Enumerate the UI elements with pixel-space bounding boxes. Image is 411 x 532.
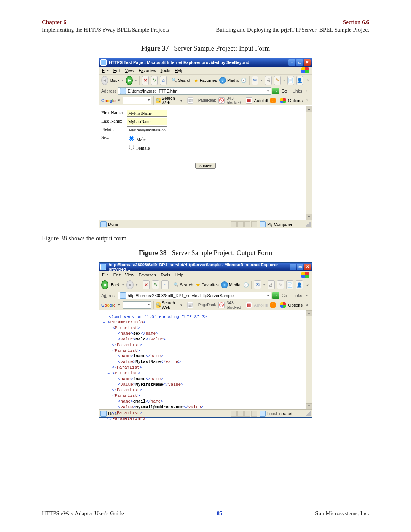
history-button[interactable]: 🕗 xyxy=(241,76,247,85)
back-button[interactable]: ◄ xyxy=(101,280,108,289)
content-area: ▲ ▼ First Name: Last Name: EMail: Sex: xyxy=(99,105,312,220)
menu-help[interactable]: Help xyxy=(175,273,183,277)
media-button[interactable]: ♪Media xyxy=(219,77,239,84)
toolbar-overflow[interactable]: » xyxy=(305,76,309,85)
close-button[interactable]: ✕ xyxy=(304,264,311,270)
forward-button[interactable]: ► xyxy=(126,76,133,85)
maximize-button[interactable]: ▭ xyxy=(296,59,303,66)
radio-male[interactable]: Male xyxy=(127,135,150,142)
scrollbar[interactable]: ▲ ▼ xyxy=(306,310,312,409)
google-overflow[interactable]: » xyxy=(305,301,310,309)
maximize-button[interactable]: ▭ xyxy=(297,264,303,270)
messenger-button[interactable]: 👤 xyxy=(296,280,303,289)
discuss-button[interactable]: 📄 xyxy=(286,280,293,289)
go-button[interactable]: → xyxy=(272,292,279,299)
stop-button[interactable]: ✕ xyxy=(142,76,149,85)
status-zone: My Computer xyxy=(260,221,301,227)
go-button[interactable]: → xyxy=(272,88,279,94)
resize-grip-icon[interactable] xyxy=(305,222,311,227)
figure38-caption: Figure 38 Server Sample Project: Output … xyxy=(42,249,369,257)
google-news[interactable]: 📰 xyxy=(187,97,193,104)
content-area: ▲ ▼ <?xml version="1.0" encoding="UTF-8"… xyxy=(99,310,312,410)
mail-button[interactable]: ✉ xyxy=(254,280,261,289)
menu-edit[interactable]: Edit xyxy=(113,68,121,73)
google-alert[interactable]: ! xyxy=(270,302,276,308)
media-button[interactable]: ♪Media xyxy=(221,281,241,288)
google-autofill[interactable]: ▦AutoFill xyxy=(246,302,268,308)
discuss-button[interactable]: 📄 xyxy=(287,76,294,85)
google-blocked[interactable]: 🚫343 blocked xyxy=(218,96,244,105)
search-button[interactable]: 🔍Search xyxy=(172,78,191,83)
figure37-caption: Figure 37 Server Sample Project: Input F… xyxy=(42,45,369,53)
google-search-input[interactable]: ▾ xyxy=(123,97,151,104)
favorites-button[interactable]: ★Favorites xyxy=(194,77,217,83)
first-name-label: First Name: xyxy=(101,110,127,116)
menu-file[interactable]: File xyxy=(102,273,109,277)
google-news[interactable]: 📰 xyxy=(187,302,193,308)
footer-left: HTTPS eWay Adapter User's Guide xyxy=(42,510,124,517)
scroll-up-icon[interactable]: ▲ xyxy=(306,106,312,112)
favorites-button[interactable]: ★Favorites xyxy=(196,282,219,288)
google-search-input[interactable]: ▾ xyxy=(123,301,151,309)
menu-favorites[interactable]: Favorites xyxy=(139,273,156,277)
links-label[interactable]: Links xyxy=(292,89,302,93)
menu-help[interactable]: Help xyxy=(175,68,183,73)
print-button[interactable]: 🖨 xyxy=(268,280,275,289)
scroll-up-icon[interactable]: ▲ xyxy=(306,310,312,316)
home-button[interactable]: ⌂ xyxy=(160,76,167,85)
menu-view[interactable]: View xyxy=(125,68,134,73)
google-options[interactable]: Options xyxy=(280,98,303,103)
edit-button[interactable]: ✎ xyxy=(274,76,281,85)
minimize-button[interactable]: – xyxy=(290,264,296,270)
messenger-button[interactable]: 👤 xyxy=(296,76,303,85)
menu-file[interactable]: File xyxy=(102,68,109,73)
scroll-down-icon[interactable]: ▼ xyxy=(306,214,312,220)
menu-tools[interactable]: Tools xyxy=(161,273,170,277)
menu-favorites[interactable]: Favorites xyxy=(139,68,156,73)
menu-tools[interactable]: Tools xyxy=(161,68,170,73)
links-overflow[interactable]: » xyxy=(304,87,310,95)
minimize-button[interactable]: – xyxy=(288,59,295,66)
google-overflow[interactable]: » xyxy=(305,96,310,105)
address-input[interactable]: E:\temp\in\postHTTPS.html ▾ xyxy=(118,87,271,95)
last-name-label: Last Name: xyxy=(101,118,127,124)
history-button[interactable]: 🕗 xyxy=(243,281,249,289)
refresh-button[interactable]: ↻ xyxy=(152,280,159,289)
back-label: Back xyxy=(111,283,120,287)
google-toolbar: Google▾ ▾ 🔍Search Web▾ 📰 PageRank 🚫343 b… xyxy=(99,96,312,105)
menu-edit[interactable]: Edit xyxy=(113,273,121,277)
edit-button[interactable]: ✎ xyxy=(277,280,284,289)
ie-window-input-form: HTTPS Test Page - Microsoft Internet Exp… xyxy=(99,58,312,228)
google-autofill[interactable]: ▦AutoFill xyxy=(246,97,268,104)
toolbar-overflow[interactable]: » xyxy=(305,281,310,289)
google-search-web[interactable]: 🔍Search Web▾ xyxy=(156,300,182,310)
page-header: Chapter 6 Implementing the HTTPS eWay BP… xyxy=(42,18,369,34)
refresh-button[interactable]: ↻ xyxy=(151,76,158,85)
menu-view[interactable]: View xyxy=(125,273,134,277)
last-name-input[interactable] xyxy=(127,118,167,125)
email-input[interactable] xyxy=(127,126,167,133)
print-button[interactable]: 🖨 xyxy=(265,76,272,85)
forward-button[interactable]: ► xyxy=(126,280,134,289)
links-label[interactable]: Links xyxy=(292,293,302,298)
back-button[interactable]: ◄ xyxy=(101,76,108,85)
window-title: HTTPS Test Page - Microsoft Internet Exp… xyxy=(109,60,249,65)
google-logo: Google xyxy=(101,98,116,103)
google-options[interactable]: Options xyxy=(280,302,303,308)
search-button[interactable]: 🔍Search xyxy=(174,282,193,287)
links-overflow[interactable]: » xyxy=(304,291,310,300)
mail-button[interactable]: ✉ xyxy=(252,76,258,85)
section-label: Section 6.6 xyxy=(216,18,369,26)
close-button[interactable]: ✕ xyxy=(304,59,311,66)
google-alert[interactable]: ! xyxy=(270,98,276,103)
google-blocked[interactable]: 🚫343 blocked xyxy=(218,300,244,310)
stop-button[interactable]: ✕ xyxy=(143,280,150,289)
home-button[interactable]: ⌂ xyxy=(161,280,169,289)
submit-button[interactable]: Submit xyxy=(195,163,216,169)
scroll-down-icon[interactable]: ▼ xyxy=(306,403,312,409)
radio-female[interactable]: Female xyxy=(127,144,150,151)
first-name-input[interactable] xyxy=(127,110,167,117)
scrollbar[interactable]: ▲ ▼ xyxy=(306,106,312,220)
address-input[interactable]: http://boreas:28003/Sol9_DP1_servlet/Htt… xyxy=(118,292,271,299)
google-search-web[interactable]: 🔍Search Web▾ xyxy=(156,96,182,105)
